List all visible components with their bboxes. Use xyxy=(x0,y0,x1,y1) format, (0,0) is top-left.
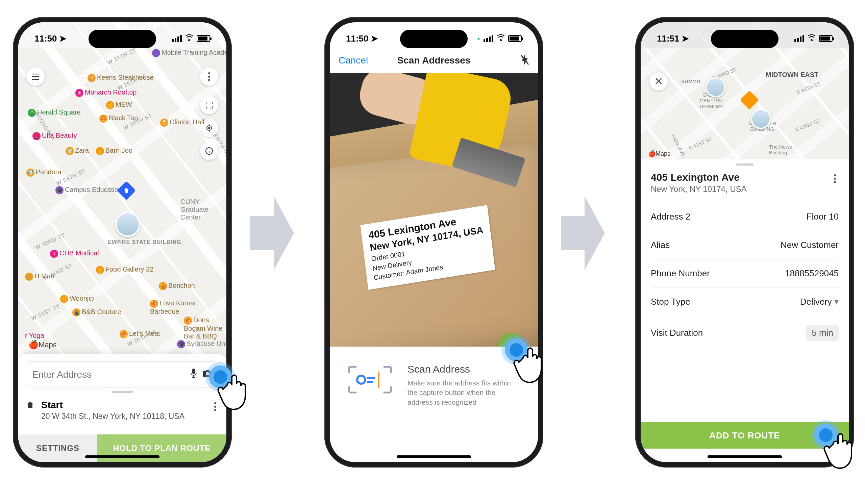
landmark-label: EMPIRE STATE BUILDING xyxy=(107,239,182,245)
map-poi[interactable]: 👕Zara xyxy=(66,146,89,155)
device-notch xyxy=(711,30,778,48)
location-arrow-icon: ➤ xyxy=(371,33,378,44)
home-indicator[interactable] xyxy=(707,455,782,458)
scan-panel-description: Make sure the address fits within the ca… xyxy=(407,378,512,407)
field-phone[interactable]: Phone Number 18885529045 xyxy=(651,259,839,288)
page-title: Scan Addresses xyxy=(397,55,471,66)
address-subtitle: New York, NY 10174, USA xyxy=(651,185,747,194)
map-poi[interactable]: 🍗Bonchon xyxy=(159,282,195,290)
field-key: Visit Duration xyxy=(651,328,703,338)
landmark-label: The News Building xyxy=(769,144,803,155)
map-poi[interactable]: CUNY Graduate Center xyxy=(181,198,227,221)
map-poi[interactable]: 🍖Love Korean Barbeque xyxy=(150,299,201,316)
fullscreen-button[interactable] xyxy=(200,96,218,114)
map-poi[interactable]: 💄Ulta Beauty xyxy=(32,132,77,140)
street-label: SUMMIT xyxy=(681,78,701,84)
svg-point-4 xyxy=(206,372,209,375)
phone-map-screen: 11:50 ➤ W 37TH ST xyxy=(13,17,232,468)
field-visit-duration[interactable]: Visit Duration 5 min xyxy=(651,316,839,350)
phone-scan-screen: 11:50 ➤ ● Cancel Scan Addresses xyxy=(324,17,543,468)
svg-rect-8 xyxy=(367,377,376,379)
nav-bar: Cancel Scan Addresses xyxy=(330,48,538,73)
map-poi[interactable]: ★Monarch Rooftop xyxy=(76,89,137,97)
landmark-pin-grand-central[interactable] xyxy=(705,77,726,97)
map-poi[interactable]: 🍴Woorijip xyxy=(60,295,94,303)
home-indicator[interactable] xyxy=(397,455,471,458)
location-arrow-icon: ➤ xyxy=(681,33,689,44)
settings-button[interactable]: SETTINGS xyxy=(18,434,97,462)
battery-icon xyxy=(508,35,522,42)
start-row[interactable]: Start 20 W 34th St., New York, NY 10118,… xyxy=(26,400,219,421)
flash-off-icon[interactable] xyxy=(520,55,529,67)
field-key: Phone Number xyxy=(651,268,710,279)
info-button[interactable] xyxy=(200,142,218,160)
start-row-more[interactable] xyxy=(211,400,219,414)
status-time: 11:50 xyxy=(346,33,369,44)
map-poi[interactable]: 🍔Black Tap xyxy=(99,114,138,122)
device-notch xyxy=(89,30,156,48)
map-poi[interactable]: ⚕CHB Medical xyxy=(50,249,99,258)
mic-icon[interactable] xyxy=(189,368,198,381)
scan-panel-title: Scan Address xyxy=(407,363,512,375)
signal-icon xyxy=(484,35,493,42)
menu-button[interactable] xyxy=(26,68,45,86)
map-poi[interactable]: 🎓Syracuse University xyxy=(177,340,227,348)
cancel-button[interactable]: Cancel xyxy=(338,55,368,66)
address-search-field[interactable] xyxy=(26,362,219,387)
camera-icon[interactable] xyxy=(203,369,212,380)
field-value: Delivery ▾ xyxy=(800,296,839,307)
map-poi[interactable]: Mobile Training Academy xyxy=(152,49,227,57)
wifi-icon xyxy=(497,34,505,43)
address-more[interactable] xyxy=(831,172,839,186)
more-button[interactable] xyxy=(200,68,218,86)
close-button[interactable]: ✕ xyxy=(649,72,668,91)
map-poi[interactable]: 🍺Clinton Hall xyxy=(160,118,204,127)
home-indicator[interactable] xyxy=(85,455,160,458)
status-time: 11:51 xyxy=(657,33,680,44)
address-title: 405 Lexington Ave xyxy=(651,172,747,183)
svg-point-7 xyxy=(357,376,365,384)
phone-detail-screen: 11:51 ➤ ✕ MIDTOWN EAST SUMMIT GRAND CENT… xyxy=(635,17,854,468)
landmark-pin-chrysler[interactable] xyxy=(751,109,771,129)
field-stop-type[interactable]: Stop Type Delivery ▾ xyxy=(651,288,839,316)
field-key: Address 2 xyxy=(651,211,690,222)
add-to-route-button[interactable]: ADD TO ROUTE xyxy=(641,422,849,449)
flow-arrow-2 xyxy=(561,189,605,277)
field-address2[interactable]: Address 2 Floor 10 xyxy=(651,203,839,231)
scan-instruction-panel: Scan Address Make sure the address fits … xyxy=(330,347,538,462)
address-search-input[interactable] xyxy=(32,369,185,380)
start-label: Start xyxy=(41,400,205,410)
field-key: Alias xyxy=(651,240,670,250)
signal-icon xyxy=(172,35,182,42)
sheet-drag-handle[interactable] xyxy=(736,164,753,165)
map-poi[interactable]: 🍖Let's Meat xyxy=(119,330,160,338)
location-arrow-icon: ➤ xyxy=(59,33,67,44)
flow-arrow-1 xyxy=(250,189,294,277)
map-poi[interactable]: 🛒H Mart xyxy=(25,272,55,281)
map-poi[interactable]: 🍴Barn Joo xyxy=(96,146,132,155)
chevron-down-icon: ▾ xyxy=(834,296,839,307)
maps-attribution: 🍎Maps xyxy=(28,340,57,349)
map-poi[interactable]: 🍴Food Gallery 32 xyxy=(96,266,153,274)
map-poi[interactable]: 🎓Campus Education xyxy=(55,186,122,194)
map-poi[interactable]: 🍴Keens Steakhouse xyxy=(88,74,154,82)
search-sheet: Start 20 W 34th St., New York, NY 10118,… xyxy=(18,354,227,462)
maps-attribution: 🍎Maps xyxy=(648,150,670,157)
map-poi[interactable]: r Yoga xyxy=(25,332,44,340)
wifi-icon xyxy=(808,34,816,43)
map-poi[interactable]: 💎Pandora xyxy=(26,168,61,177)
sheet-drag-handle[interactable] xyxy=(112,391,133,393)
map-poi[interactable]: 🌳Herald Square xyxy=(28,108,81,117)
field-value: New Customer xyxy=(781,240,839,250)
field-key: Stop Type xyxy=(651,296,690,307)
device-notch xyxy=(400,30,468,48)
field-alias[interactable]: Alias New Customer xyxy=(651,231,839,259)
landmark-pin-empire-state[interactable] xyxy=(115,211,141,237)
map-poi[interactable]: 🍴MEW xyxy=(106,101,132,109)
battery-icon xyxy=(197,35,210,42)
map-poi[interactable]: 🍖Dons Bogam Wine Bar & BBQ xyxy=(184,316,227,340)
field-value-chip[interactable]: 5 min xyxy=(806,325,839,341)
wifi-icon xyxy=(185,34,193,43)
map-poi[interactable]: 👗B&B Couture xyxy=(72,308,121,317)
battery-icon xyxy=(819,35,833,42)
